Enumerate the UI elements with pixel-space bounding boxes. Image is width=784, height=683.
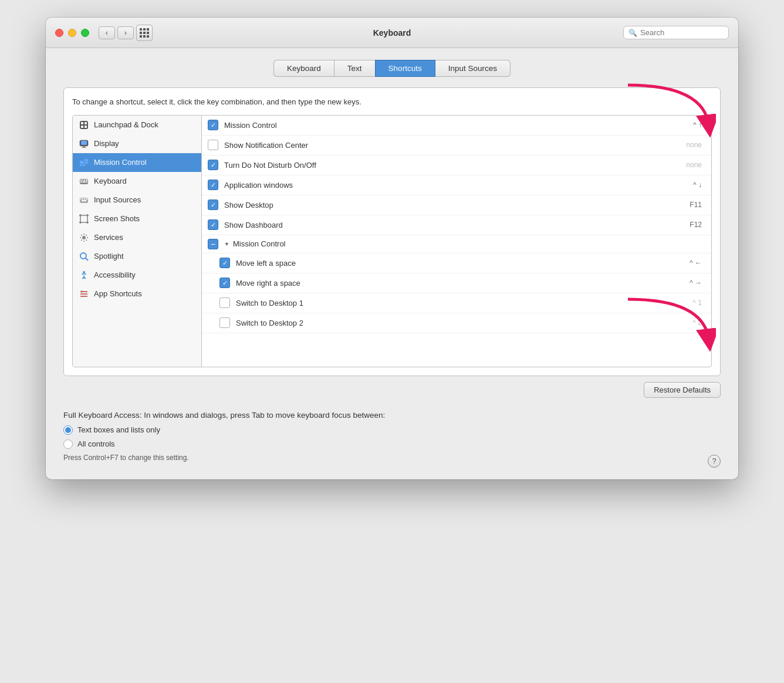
sidebar-item-accessibility[interactable]: Accessibility	[73, 266, 201, 285]
shortcut-checkbox[interactable]: ✓	[219, 258, 230, 268]
shortcut-key: ^ ↓	[667, 181, 702, 189]
search-box[interactable]: 🔍	[623, 26, 729, 39]
sidebar-icon	[79, 176, 89, 187]
sidebar-item-services[interactable]: Services	[73, 228, 201, 247]
fka-options: Text boxes and lists onlyAll controls	[63, 425, 721, 449]
sidebar-item-keyboard[interactable]: Keyboard	[73, 172, 201, 191]
shortcut-checkbox[interactable]	[219, 317, 230, 328]
sidebar-item-display[interactable]: Display	[73, 134, 201, 153]
grid-button[interactable]	[136, 25, 153, 41]
shortcut-checkbox[interactable]: ✓	[208, 219, 218, 230]
restore-defaults-button[interactable]: Restore Defaults	[644, 382, 721, 398]
sidebar-item-label: Services	[94, 233, 123, 242]
nav-buttons: ‹ ›	[99, 26, 134, 39]
sidebar-icon	[79, 120, 89, 130]
svg-rect-0	[80, 121, 88, 129]
search-icon: 🔍	[628, 29, 637, 37]
shortcut-key: ^ 1	[667, 299, 702, 307]
sidebar-item-label: Mission Control	[94, 158, 147, 167]
sidebar-item-label: Launchpad & Dock	[94, 120, 158, 129]
shortcut-row: ✓Mission Control^ ↑	[202, 116, 711, 136]
shortcut-row: Show Notification Centernone	[202, 136, 711, 155]
sidebar-item-mission-control[interactable]: Mission Control	[73, 153, 201, 172]
shortcut-row: ✓Application windows^ ↓	[202, 175, 711, 195]
svg-point-40	[83, 271, 85, 273]
shortcut-label: Mission Control	[233, 239, 286, 248]
sidebar-item-label: Spotlight	[94, 252, 124, 261]
tab-text[interactable]: Text	[334, 60, 375, 77]
forward-button[interactable]: ›	[117, 26, 134, 39]
shortcut-group-header: −▼ Mission Control	[202, 235, 711, 253]
shortcut-label: Application windows	[224, 181, 667, 190]
tab-bar: KeyboardTextShortcutsInput Sources	[63, 60, 721, 77]
svg-marker-28	[80, 215, 87, 222]
shortcut-checkbox[interactable]: ✓	[208, 200, 218, 210]
back-button[interactable]: ‹	[99, 26, 115, 39]
svg-rect-19	[80, 181, 82, 182]
svg-rect-13	[83, 164, 85, 166]
shortcut-label: Show Dashboard	[224, 221, 667, 229]
shortcut-row: Switch to Desktop 2^ 2	[202, 313, 711, 333]
sidebar-item-label: Input Sources	[94, 195, 141, 204]
sidebar-item-spotlight[interactable]: Spotlight	[73, 247, 201, 266]
sidebar-item-screen-shots[interactable]: Screen Shots	[73, 209, 201, 228]
shortcut-key: ^ ←	[667, 259, 702, 267]
shortcut-checkbox[interactable]: ✓	[208, 180, 218, 190]
svg-rect-23	[80, 198, 82, 200]
sidebar-icon	[79, 214, 89, 224]
shortcut-key: ^ 2	[667, 319, 702, 327]
maximize-button[interactable]	[81, 29, 89, 37]
shortcut-key: ^ →	[667, 279, 702, 287]
close-button[interactable]	[55, 29, 63, 37]
instruction-text: To change a shortcut, select it, click t…	[72, 96, 712, 108]
shortcut-row: Switch to Desktop 1^ 1	[202, 293, 711, 313]
sidebar: Launchpad & DockDisplayMission ControlKe…	[73, 116, 202, 367]
svg-rect-15	[80, 180, 82, 181]
restore-row: Restore Defaults	[63, 382, 721, 398]
shortcut-row: ✓Move right a space^ →	[202, 273, 711, 293]
sidebar-icon	[79, 195, 89, 205]
tab-input-sources[interactable]: Input Sources	[435, 60, 511, 77]
svg-rect-20	[83, 181, 86, 182]
fka-option-row: All controls	[63, 439, 721, 449]
shortcut-checkbox[interactable]: ✓	[219, 278, 230, 288]
shortcut-checkbox[interactable]: ✓	[208, 160, 218, 170]
shortcut-label: Move left a space	[236, 259, 667, 268]
shortcut-row: ✓Move left a space^ ←	[202, 253, 711, 273]
sidebar-item-launchpad-&-dock[interactable]: Launchpad & Dock	[73, 116, 201, 134]
svg-rect-24	[82, 198, 83, 200]
search-input[interactable]	[640, 28, 722, 37]
shortcut-checkbox[interactable]	[208, 140, 218, 150]
help-button[interactable]: ?	[708, 455, 721, 468]
sidebar-item-input-sources[interactable]: Input Sources	[73, 191, 201, 209]
content-area: KeyboardTextShortcutsInput Sources To ch…	[46, 48, 738, 479]
shortcut-label: Show Notification Center	[224, 141, 667, 150]
shortcut-checkbox[interactable]: ✓	[208, 120, 218, 130]
shortcut-label: Turn Do Not Disturb On/Off	[224, 161, 667, 170]
svg-point-38	[80, 253, 86, 259]
tab-shortcuts[interactable]: Shortcuts	[375, 60, 435, 77]
svg-rect-1	[81, 122, 83, 124]
shortcut-checkbox[interactable]	[219, 297, 230, 308]
svg-rect-16	[82, 180, 83, 181]
svg-rect-26	[86, 198, 87, 200]
svg-rect-9	[80, 161, 84, 164]
svg-rect-8	[82, 147, 86, 148]
svg-rect-27	[82, 200, 86, 201]
fka-radio-0[interactable]	[63, 425, 73, 435]
shortcut-row: ✓Turn Do Not Disturb On/Offnone	[202, 155, 711, 175]
traffic-lights	[55, 29, 89, 37]
svg-rect-3	[81, 126, 83, 128]
fka-option-row: Text boxes and lists only	[63, 425, 721, 435]
sidebar-item-app-shortcuts[interactable]: App Shortcuts	[73, 285, 201, 303]
svg-rect-25	[84, 198, 85, 200]
shortcut-checkbox[interactable]: −	[208, 239, 218, 249]
sidebar-icon	[79, 232, 89, 243]
fka-radio-1[interactable]	[63, 439, 73, 449]
sidebar-item-label: Screen Shots	[94, 214, 140, 223]
tab-keyboard[interactable]: Keyboard	[273, 60, 334, 77]
minimize-button[interactable]	[68, 29, 76, 37]
shortcut-row: ✓Show DesktopF11	[202, 195, 711, 215]
sidebar-icon	[79, 138, 89, 149]
svg-rect-11	[85, 162, 88, 164]
